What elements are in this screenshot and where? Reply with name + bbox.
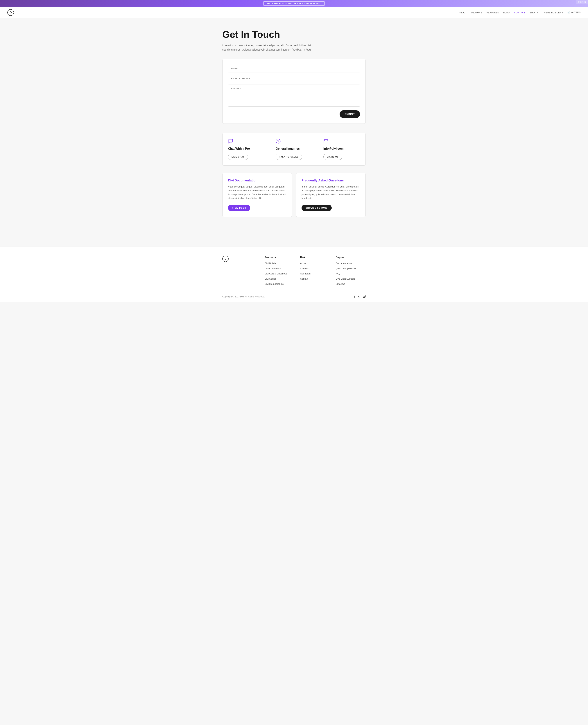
- message-field-wrap: [228, 85, 360, 107]
- svg-point-3: [364, 296, 364, 297]
- email-us-button[interactable]: EMAIL US: [323, 154, 342, 160]
- form-submit-wrap: SUBMIT: [228, 110, 360, 118]
- divi-docs-text: Vitae consequat augue. Vivamus eget dolo…: [228, 185, 287, 200]
- twitter-x-icon: ✕: [358, 295, 360, 298]
- footer-copyright: Copyright © 2023 Divi. All Rights Reserv…: [222, 295, 265, 298]
- docs-cards: Divi Documentation Vitae consequat augue…: [222, 173, 366, 217]
- footer-top: D Products Divi Builder Divi Commerce Di…: [219, 247, 369, 291]
- message-input[interactable]: [228, 85, 360, 107]
- nav-blog[interactable]: BLOG: [503, 12, 510, 14]
- footer-logo[interactable]: D: [222, 256, 229, 262]
- chat-card-title: Chat With a Pro: [228, 147, 265, 150]
- footer-support-col: Support Documentation Quick Setup Guide …: [336, 256, 366, 286]
- footer-link-our-team[interactable]: Our Team: [300, 272, 311, 275]
- nav-shop[interactable]: SHOP: [530, 12, 538, 14]
- divi-docs-card: Divi Documentation Vitae consequat augue…: [222, 173, 292, 217]
- footer-divi-col: Divi About Careers Our Team Contact: [300, 256, 330, 286]
- faq-text: In non pulvinar purus. Curabitur nisi od…: [301, 185, 360, 200]
- nav-contact[interactable]: CONTACT: [514, 12, 525, 14]
- email-card-title: info@divi.com: [323, 147, 360, 150]
- twitter-x-link[interactable]: ✕: [358, 295, 360, 298]
- instagram-link[interactable]: [363, 295, 366, 298]
- talk-to-sales-button[interactable]: TALK TO SALES: [276, 154, 302, 160]
- logo[interactable]: D: [7, 9, 14, 16]
- name-field-wrap: [228, 65, 360, 72]
- email-icon: [323, 139, 360, 144]
- cart-count: 0 ITEMS: [571, 11, 581, 14]
- view-docs-button[interactable]: VIEW DOCS: [228, 205, 250, 211]
- submit-button[interactable]: SUBMIT: [340, 110, 360, 118]
- contact-form: SUBMIT: [222, 59, 366, 124]
- banner-link[interactable]: SHOP THE BLACK FRIDAY SALE AND SAVE BIG!: [264, 1, 324, 5]
- footer-link-quick-setup[interactable]: Quick Setup Guide: [336, 267, 356, 270]
- nav-about[interactable]: ABOUT: [459, 12, 467, 14]
- top-banner: SHOP THE BLACK FRIDAY SALE AND SAVE BIG!: [0, 0, 588, 7]
- footer-link-email-us[interactable]: Email Us: [336, 283, 345, 285]
- footer-link-faq[interactable]: FAQ: [336, 272, 340, 275]
- footer-link-divi-cart[interactable]: Divi Cart & Checkout: [265, 272, 287, 275]
- nav-feature[interactable]: FEATURE: [471, 12, 482, 14]
- footer-support-title: Support: [336, 256, 366, 258]
- navbar: D ABOUT FEATURE FEATURES BLOG CONTACT SH…: [0, 7, 588, 18]
- footer-link-contact[interactable]: Contact: [300, 277, 308, 280]
- footer-products-col: Products Divi Builder Divi Commerce Divi…: [265, 256, 295, 286]
- email-field-wrap: [228, 75, 360, 82]
- footer: D Products Divi Builder Divi Commerce Di…: [0, 246, 588, 302]
- facebook-link[interactable]: f: [354, 295, 355, 298]
- chat-icon: [228, 139, 265, 144]
- faq-card: Frequently Asked Questions In non pulvin…: [296, 173, 366, 217]
- footer-link-divi-commerce[interactable]: Divi Commerce: [265, 267, 281, 270]
- nav-theme-builder[interactable]: THEME BUILDER: [542, 12, 563, 14]
- facebook-icon: f: [354, 295, 355, 298]
- contact-card-inquiries: General Inquiries TALK TO SALES: [270, 133, 318, 165]
- cart-link[interactable]: 🛒 0 ITEMS: [567, 11, 581, 14]
- email-input[interactable]: [228, 75, 360, 82]
- page-subtitle: Lorem ipsum dolor sit amet, consectetur …: [222, 43, 314, 51]
- question-icon: [276, 139, 312, 144]
- faq-title: Frequently Asked Questions: [301, 179, 360, 182]
- footer-link-documentation[interactable]: Documentation: [336, 262, 352, 265]
- inquiries-card-title: General Inquiries: [276, 147, 312, 150]
- svg-point-0: [276, 139, 280, 143]
- footer-link-divi-memberships[interactable]: Divi Memberships: [265, 283, 284, 285]
- browse-forums-button[interactable]: BROWSE FORUMS: [301, 205, 332, 211]
- footer-link-divi-social[interactable]: Divi Social: [265, 277, 276, 280]
- footer-link-about[interactable]: About: [300, 262, 306, 265]
- nav-links: ABOUT FEATURE FEATURES BLOG CONTACT SHOP…: [459, 11, 581, 14]
- nav-features[interactable]: FEATURES: [487, 12, 499, 14]
- footer-support-links: Documentation Quick Setup Guide FAQ Live…: [336, 262, 366, 286]
- footer-divi-title: Divi: [300, 256, 330, 258]
- footer-divi-links: About Careers Our Team Contact: [300, 262, 330, 280]
- footer-link-live-chat-support[interactable]: Live Chat Support: [336, 277, 355, 280]
- page-title: Get In Touch: [222, 29, 366, 40]
- svg-rect-2: [363, 295, 365, 297]
- contact-card-chat: Chat With a Pro LIVE CHAT: [223, 133, 270, 165]
- contact-cards: Chat With a Pro LIVE CHAT General Inquir…: [222, 133, 366, 166]
- footer-products-title: Products: [265, 256, 295, 258]
- footer-link-divi-builder[interactable]: Divi Builder: [265, 262, 277, 265]
- footer-bottom: Copyright © 2023 Divi. All Rights Reserv…: [219, 291, 369, 302]
- contact-card-email: info@divi.com EMAIL US: [318, 133, 365, 165]
- main-content: Get In Touch Lorem ipsum dolor sit amet,…: [219, 18, 369, 246]
- footer-logo-col: D: [222, 256, 259, 286]
- footer-link-careers[interactable]: Careers: [300, 267, 309, 270]
- cart-icon: 🛒: [567, 11, 570, 14]
- divi-docs-title: Divi Documentation: [228, 179, 287, 182]
- live-chat-button[interactable]: LIVE CHAT: [228, 154, 248, 160]
- footer-products-links: Divi Builder Divi Commerce Divi Cart & C…: [265, 262, 295, 286]
- social-links: f ✕: [354, 295, 366, 298]
- name-input[interactable]: [228, 65, 360, 72]
- instagram-icon: [363, 295, 366, 298]
